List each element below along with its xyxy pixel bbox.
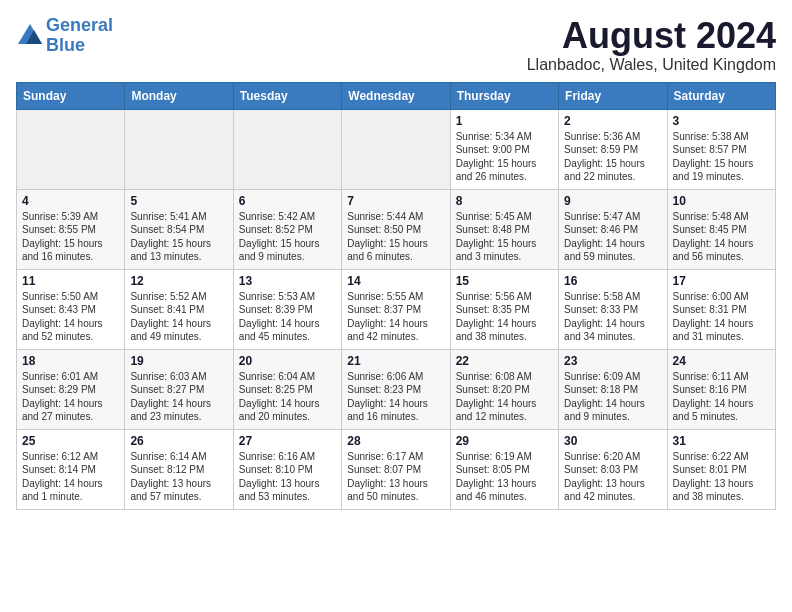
day-cell — [125, 109, 233, 189]
day-number: 13 — [239, 274, 336, 288]
day-info: Sunrise: 5:50 AMSunset: 8:43 PMDaylight:… — [22, 290, 119, 344]
day-info: Sunrise: 5:41 AMSunset: 8:54 PMDaylight:… — [130, 210, 227, 264]
day-number: 18 — [22, 354, 119, 368]
day-info: Sunrise: 5:58 AMSunset: 8:33 PMDaylight:… — [564, 290, 661, 344]
day-number: 8 — [456, 194, 553, 208]
day-info: Sunrise: 5:39 AMSunset: 8:55 PMDaylight:… — [22, 210, 119, 264]
day-cell: 19Sunrise: 6:03 AMSunset: 8:27 PMDayligh… — [125, 349, 233, 429]
col-header-thursday: Thursday — [450, 82, 558, 109]
day-cell: 21Sunrise: 6:06 AMSunset: 8:23 PMDayligh… — [342, 349, 450, 429]
day-info: Sunrise: 5:45 AMSunset: 8:48 PMDaylight:… — [456, 210, 553, 264]
day-cell: 14Sunrise: 5:55 AMSunset: 8:37 PMDayligh… — [342, 269, 450, 349]
col-header-friday: Friday — [559, 82, 667, 109]
day-info: Sunrise: 5:48 AMSunset: 8:45 PMDaylight:… — [673, 210, 770, 264]
header: General Blue August 2024 Llanbadoc, Wale… — [16, 16, 776, 74]
day-info: Sunrise: 6:14 AMSunset: 8:12 PMDaylight:… — [130, 450, 227, 504]
day-number: 25 — [22, 434, 119, 448]
day-number: 12 — [130, 274, 227, 288]
day-info: Sunrise: 5:44 AMSunset: 8:50 PMDaylight:… — [347, 210, 444, 264]
day-cell — [17, 109, 125, 189]
week-row-3: 11Sunrise: 5:50 AMSunset: 8:43 PMDayligh… — [17, 269, 776, 349]
day-number: 6 — [239, 194, 336, 208]
day-number: 30 — [564, 434, 661, 448]
day-number: 16 — [564, 274, 661, 288]
day-cell: 17Sunrise: 6:00 AMSunset: 8:31 PMDayligh… — [667, 269, 775, 349]
day-info: Sunrise: 6:19 AMSunset: 8:05 PMDaylight:… — [456, 450, 553, 504]
day-cell: 5Sunrise: 5:41 AMSunset: 8:54 PMDaylight… — [125, 189, 233, 269]
day-number: 20 — [239, 354, 336, 368]
day-cell: 2Sunrise: 5:36 AMSunset: 8:59 PMDaylight… — [559, 109, 667, 189]
day-cell: 9Sunrise: 5:47 AMSunset: 8:46 PMDaylight… — [559, 189, 667, 269]
day-cell: 31Sunrise: 6:22 AMSunset: 8:01 PMDayligh… — [667, 429, 775, 509]
day-cell — [233, 109, 341, 189]
col-header-monday: Monday — [125, 82, 233, 109]
day-cell: 13Sunrise: 5:53 AMSunset: 8:39 PMDayligh… — [233, 269, 341, 349]
day-number: 19 — [130, 354, 227, 368]
day-cell: 4Sunrise: 5:39 AMSunset: 8:55 PMDaylight… — [17, 189, 125, 269]
day-info: Sunrise: 5:34 AMSunset: 9:00 PMDaylight:… — [456, 130, 553, 184]
day-cell: 1Sunrise: 5:34 AMSunset: 9:00 PMDaylight… — [450, 109, 558, 189]
logo-line1: General — [46, 15, 113, 35]
day-info: Sunrise: 6:04 AMSunset: 8:25 PMDaylight:… — [239, 370, 336, 424]
day-info: Sunrise: 5:55 AMSunset: 8:37 PMDaylight:… — [347, 290, 444, 344]
logo: General Blue — [16, 16, 113, 56]
logo-line2: Blue — [46, 35, 85, 55]
day-cell: 22Sunrise: 6:08 AMSunset: 8:20 PMDayligh… — [450, 349, 558, 429]
day-number: 28 — [347, 434, 444, 448]
title-area: August 2024 Llanbadoc, Wales, United Kin… — [527, 16, 776, 74]
column-headers: SundayMondayTuesdayWednesdayThursdayFrid… — [17, 82, 776, 109]
day-number: 4 — [22, 194, 119, 208]
day-number: 24 — [673, 354, 770, 368]
day-cell: 29Sunrise: 6:19 AMSunset: 8:05 PMDayligh… — [450, 429, 558, 509]
day-info: Sunrise: 6:12 AMSunset: 8:14 PMDaylight:… — [22, 450, 119, 504]
day-number: 23 — [564, 354, 661, 368]
week-row-1: 1Sunrise: 5:34 AMSunset: 9:00 PMDaylight… — [17, 109, 776, 189]
day-number: 7 — [347, 194, 444, 208]
day-info: Sunrise: 5:38 AMSunset: 8:57 PMDaylight:… — [673, 130, 770, 184]
day-info: Sunrise: 5:36 AMSunset: 8:59 PMDaylight:… — [564, 130, 661, 184]
col-header-saturday: Saturday — [667, 82, 775, 109]
day-cell: 30Sunrise: 6:20 AMSunset: 8:03 PMDayligh… — [559, 429, 667, 509]
day-cell — [342, 109, 450, 189]
day-number: 10 — [673, 194, 770, 208]
day-cell: 11Sunrise: 5:50 AMSunset: 8:43 PMDayligh… — [17, 269, 125, 349]
col-header-wednesday: Wednesday — [342, 82, 450, 109]
week-row-2: 4Sunrise: 5:39 AMSunset: 8:55 PMDaylight… — [17, 189, 776, 269]
day-info: Sunrise: 6:11 AMSunset: 8:16 PMDaylight:… — [673, 370, 770, 424]
day-number: 26 — [130, 434, 227, 448]
day-info: Sunrise: 6:06 AMSunset: 8:23 PMDaylight:… — [347, 370, 444, 424]
day-number: 14 — [347, 274, 444, 288]
week-row-4: 18Sunrise: 6:01 AMSunset: 8:29 PMDayligh… — [17, 349, 776, 429]
day-info: Sunrise: 5:52 AMSunset: 8:41 PMDaylight:… — [130, 290, 227, 344]
day-cell: 8Sunrise: 5:45 AMSunset: 8:48 PMDaylight… — [450, 189, 558, 269]
day-cell: 23Sunrise: 6:09 AMSunset: 8:18 PMDayligh… — [559, 349, 667, 429]
day-cell: 25Sunrise: 6:12 AMSunset: 8:14 PMDayligh… — [17, 429, 125, 509]
week-row-5: 25Sunrise: 6:12 AMSunset: 8:14 PMDayligh… — [17, 429, 776, 509]
day-number: 17 — [673, 274, 770, 288]
day-cell: 3Sunrise: 5:38 AMSunset: 8:57 PMDaylight… — [667, 109, 775, 189]
day-info: Sunrise: 5:53 AMSunset: 8:39 PMDaylight:… — [239, 290, 336, 344]
day-cell: 15Sunrise: 5:56 AMSunset: 8:35 PMDayligh… — [450, 269, 558, 349]
day-info: Sunrise: 6:22 AMSunset: 8:01 PMDaylight:… — [673, 450, 770, 504]
day-number: 3 — [673, 114, 770, 128]
day-number: 21 — [347, 354, 444, 368]
day-number: 9 — [564, 194, 661, 208]
logo-icon — [16, 22, 44, 50]
day-cell: 24Sunrise: 6:11 AMSunset: 8:16 PMDayligh… — [667, 349, 775, 429]
day-info: Sunrise: 6:00 AMSunset: 8:31 PMDaylight:… — [673, 290, 770, 344]
day-info: Sunrise: 5:47 AMSunset: 8:46 PMDaylight:… — [564, 210, 661, 264]
day-number: 15 — [456, 274, 553, 288]
day-info: Sunrise: 6:16 AMSunset: 8:10 PMDaylight:… — [239, 450, 336, 504]
day-cell: 26Sunrise: 6:14 AMSunset: 8:12 PMDayligh… — [125, 429, 233, 509]
day-cell: 18Sunrise: 6:01 AMSunset: 8:29 PMDayligh… — [17, 349, 125, 429]
day-cell: 10Sunrise: 5:48 AMSunset: 8:45 PMDayligh… — [667, 189, 775, 269]
calendar-table: SundayMondayTuesdayWednesdayThursdayFrid… — [16, 82, 776, 510]
day-number: 11 — [22, 274, 119, 288]
day-cell: 27Sunrise: 6:16 AMSunset: 8:10 PMDayligh… — [233, 429, 341, 509]
day-info: Sunrise: 6:20 AMSunset: 8:03 PMDaylight:… — [564, 450, 661, 504]
day-info: Sunrise: 6:17 AMSunset: 8:07 PMDaylight:… — [347, 450, 444, 504]
day-number: 1 — [456, 114, 553, 128]
day-info: Sunrise: 5:42 AMSunset: 8:52 PMDaylight:… — [239, 210, 336, 264]
calendar-subtitle: Llanbadoc, Wales, United Kingdom — [527, 56, 776, 74]
day-number: 5 — [130, 194, 227, 208]
